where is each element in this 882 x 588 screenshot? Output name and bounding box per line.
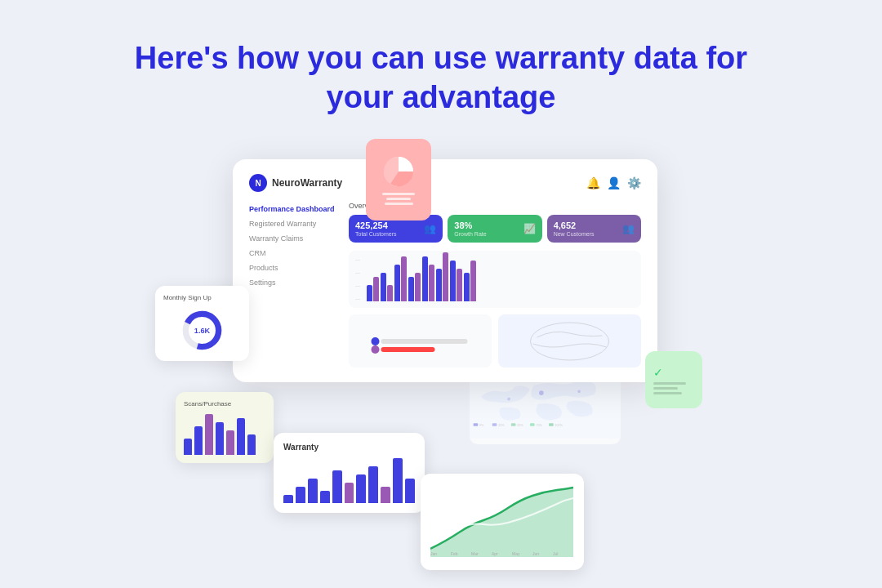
gear-icon[interactable]: ⚙️ [627, 176, 641, 189]
checklist-card: ✓ [645, 351, 702, 408]
page-title-section: Here's how you can use warranty data for… [0, 0, 882, 141]
logo-area: N NeuroWarranty [249, 174, 342, 192]
customers-icon: 👥 [424, 223, 436, 234]
svg-text:75%: 75% [536, 424, 542, 427]
line-chart-svg: Jan Feb Mar Apr May Jun Jul [430, 483, 573, 557]
bar-set-4 [408, 273, 421, 301]
sidebar-item-settings[interactable]: Settings [249, 275, 339, 290]
check-lines [653, 382, 686, 394]
bar-blue [408, 277, 414, 301]
bar-blue [436, 269, 442, 301]
bar-purple [373, 277, 379, 301]
svg-text:Jul: Jul [553, 551, 558, 556]
scans-purchase-card: Scans/Purchase [176, 392, 274, 463]
dot-chart-card [349, 314, 492, 368]
warranty-card-title: Warranty [283, 443, 415, 452]
bar-set-6 [436, 252, 448, 301]
sidebar-item-registered[interactable]: Registered Warranty [249, 216, 339, 231]
new-customers-icon: 👥 [622, 223, 635, 234]
svg-rect-15 [492, 423, 497, 426]
floating-pie-card [366, 139, 431, 220]
bar-purple [415, 273, 421, 301]
stat-growth-rate: 38% Growth Rate 📈 [448, 215, 541, 243]
bar-set-7 [450, 261, 462, 301]
scans-title: Scans/Purchase [184, 400, 265, 408]
scans-bar [205, 414, 213, 455]
scans-bar [237, 418, 245, 455]
scans-bar [216, 422, 224, 455]
map-preview-card [498, 314, 641, 368]
bell-icon[interactable]: 🔔 [586, 176, 600, 189]
svg-point-5 [531, 323, 609, 360]
sidebar-item-claims[interactable]: Warranty Claims [249, 231, 339, 246]
svg-text:1.6K: 1.6K [194, 327, 211, 335]
sidebar-item-products[interactable]: Products [249, 261, 339, 275]
svg-rect-17 [511, 423, 516, 426]
monthly-signup-card: Monthly Sign Up 1.6K [155, 286, 249, 361]
svg-rect-19 [530, 423, 535, 426]
bar-set-8 [464, 261, 476, 301]
dashboard-header: N NeuroWarranty 🔔 👤 ⚙️ [249, 174, 641, 192]
main-heading: Here's how you can use warranty data for… [0, 39, 882, 117]
bar-set-3 [394, 256, 407, 301]
svg-text:May: May [512, 551, 520, 556]
main-content: Overview 425,254 Total Customers 👥 38% G… [349, 202, 641, 368]
svg-point-12 [507, 398, 510, 401]
bar-purple [387, 285, 393, 301]
bar-blue [422, 256, 428, 301]
dot-chart-svg [355, 321, 485, 362]
growth-rate-number: 38% [454, 220, 486, 231]
bar-set-5 [422, 256, 434, 301]
svg-text:25%: 25% [498, 424, 505, 427]
logo-icon: N [249, 174, 267, 192]
sidebar-item-performance[interactable]: Performance Dashboard [249, 202, 339, 216]
bar-blue [464, 273, 470, 301]
logo-text: NeuroWarranty [272, 177, 342, 189]
bar-set-2 [381, 273, 393, 301]
scans-bar-chart [184, 414, 265, 455]
svg-text:100%: 100% [555, 424, 564, 427]
bar-set-1 [367, 277, 379, 301]
warranty-card: Warranty [274, 433, 425, 513]
growth-rate-label: Growth Rate [454, 231, 486, 237]
svg-text:50%: 50% [517, 424, 523, 427]
bar-purple [443, 252, 448, 301]
chart-line-labels: — — — — [355, 257, 360, 301]
bar-blue [367, 285, 372, 301]
svg-text:Apr: Apr [492, 551, 498, 556]
bars-group [367, 257, 635, 301]
svg-point-2 [372, 345, 380, 354]
scans-bar [247, 434, 256, 455]
line-chart-card: Jan Feb Mar Apr May Jun Jul [421, 474, 584, 570]
dashboard-body: Performance Dashboard Registered Warrant… [249, 202, 641, 368]
donut-chart: 1.6K [180, 308, 225, 353]
bar-purple [470, 261, 476, 301]
total-customers-number: 425,254 [355, 220, 397, 231]
new-customers-label: New Customers [554, 231, 595, 237]
svg-text:Jun: Jun [532, 551, 539, 556]
scans-bar [194, 426, 203, 455]
svg-text:Jan: Jan [430, 551, 437, 556]
world-map-mini [505, 321, 635, 362]
svg-point-1 [372, 337, 380, 345]
check-icon: ✓ [653, 366, 663, 379]
growth-icon: 📈 [523, 223, 536, 234]
bar-blue [381, 273, 386, 301]
bar-blue [394, 265, 400, 301]
pie-card-lines [382, 193, 415, 205]
bar-purple [401, 256, 407, 301]
bar-purple [457, 269, 462, 301]
sidebar: Performance Dashboard Registered Warrant… [249, 202, 339, 368]
donut-container: 1.6K [163, 308, 241, 353]
monthly-signup-title: Monthly Sign Up [163, 294, 241, 301]
dashboard-card: N NeuroWarranty 🔔 👤 ⚙️ Performance Dashb… [233, 159, 657, 382]
svg-text:0%: 0% [479, 424, 484, 427]
svg-rect-13 [474, 423, 479, 426]
header-icons: 🔔 👤 ⚙️ [586, 176, 641, 189]
bar-chart-area: — — — — [349, 251, 641, 308]
user-icon[interactable]: 👤 [607, 176, 621, 189]
bar-purple [429, 265, 434, 301]
svg-text:Mar: Mar [471, 551, 479, 556]
svg-text:Feb: Feb [451, 551, 458, 556]
sidebar-item-crm[interactable]: CRM [249, 246, 339, 261]
